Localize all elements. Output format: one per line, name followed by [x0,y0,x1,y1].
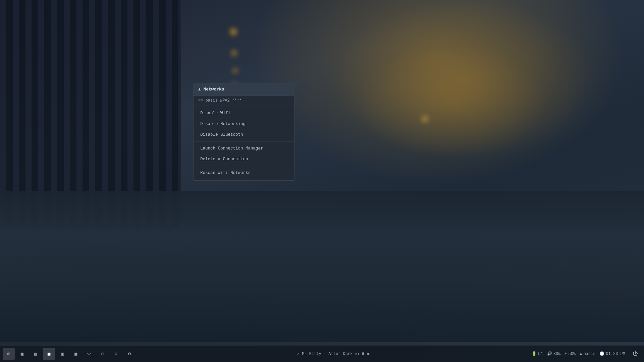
wifi-indicator[interactable]: ▲ oasis [580,352,595,356]
clock: 🕐 01:23 PM [599,351,625,356]
bg-scene [0,0,644,362]
media-play-btn[interactable]: ⏸ [361,352,365,356]
menu-item-rescan-wifi[interactable]: Rescan Wifi Networks [194,168,294,178]
network-menu-items: Disable Wifi Disable Networking Disable … [194,106,294,180]
taskbar-btn-4[interactable]: ▣ [56,348,68,360]
separator-2 [194,166,294,166]
volume-value: 80% [553,352,561,356]
taskbar: ⊞ ▣ ▤ ▣ ▣ ▣ <> ⊟ ⊕ ⚙ ♪ Mr.Kitty - After … [0,345,644,362]
taskbar-btn-grid[interactable]: ⊞ [3,348,15,360]
volume-indicator[interactable]: 🔊 80% [547,351,561,356]
menu-item-disable-wifi[interactable]: Disable Wifi [194,108,294,119]
network-menu-title: Networks [203,87,224,92]
volume-icon: 🔊 [547,351,552,356]
media-prev-btn[interactable]: ⏮ [355,352,359,356]
brightness-icon: ☀ [565,351,567,356]
taskbar-btn-3[interactable]: ▣ [43,348,55,360]
network-menu-header: ▲ Networks [194,83,294,96]
taskbar-btn-browser[interactable]: ⊕ [110,348,122,360]
media-next-btn[interactable]: ⏭ [367,352,370,356]
ground [0,191,644,342]
bokeh-light-3 [233,69,237,73]
clock-icon: 🕐 [599,351,604,356]
media-controls: ⏮ ⏸ ⏭ [355,352,370,356]
battery-indicator: 🔋 51 [532,351,543,356]
bokeh-light-1 [230,29,236,35]
brightness-indicator[interactable]: ☀ 50% [565,351,576,356]
taskbar-left: ⊞ ▣ ▤ ▣ ▣ ▣ <> ⊟ ⊕ ⚙ [3,348,136,360]
taskbar-btn-1[interactable]: ▣ [16,348,28,360]
wifi-network-name: oasis [583,352,595,356]
brightness-value: 50% [569,352,576,356]
current-network: == oasis WPA2 **** [194,96,294,106]
taskbar-btn-code[interactable]: <> [83,348,95,360]
music-note-icon: ♪ [297,352,299,356]
taskbar-right: 🔋 51 🔊 80% ☀ 50% ▲ oasis 🕐 01:23 PM ⏻ [532,348,641,360]
taskbar-btn-5[interactable]: ▣ [70,348,82,360]
menu-item-disable-bluetooth[interactable]: Disable Bluetooth [194,129,294,140]
menu-item-delete-connection[interactable]: Delete a Connection [194,154,294,165]
bokeh-light-2 [232,51,236,55]
power-button[interactable]: ⏻ [629,348,641,360]
clock-time: 01:23 PM [606,352,625,356]
taskbar-btn-files[interactable]: ⊟ [97,348,109,360]
taskbar-btn-2[interactable]: ▤ [30,348,42,360]
taskbar-center: ♪ Mr.Kitty - After Dark ⏮ ⏸ ⏭ [136,352,532,356]
song-title: Mr.Kitty - After Dark [302,352,353,356]
battery-icon: 🔋 [532,351,537,356]
separator-1 [194,141,294,142]
bokeh-light-5 [422,116,428,122]
menu-item-launch-connection-manager[interactable]: Launch Connection Manager [194,143,294,154]
battery-value: 51 [538,352,543,356]
menu-item-disable-networking[interactable]: Disable Networking [194,119,294,129]
taskbar-btn-settings[interactable]: ⚙ [123,348,136,360]
wifi-icon: ▲ [198,87,201,92]
network-menu: ▲ Networks == oasis WPA2 **** Disable Wi… [193,83,294,181]
wifi-status-icon: ▲ [580,352,582,356]
